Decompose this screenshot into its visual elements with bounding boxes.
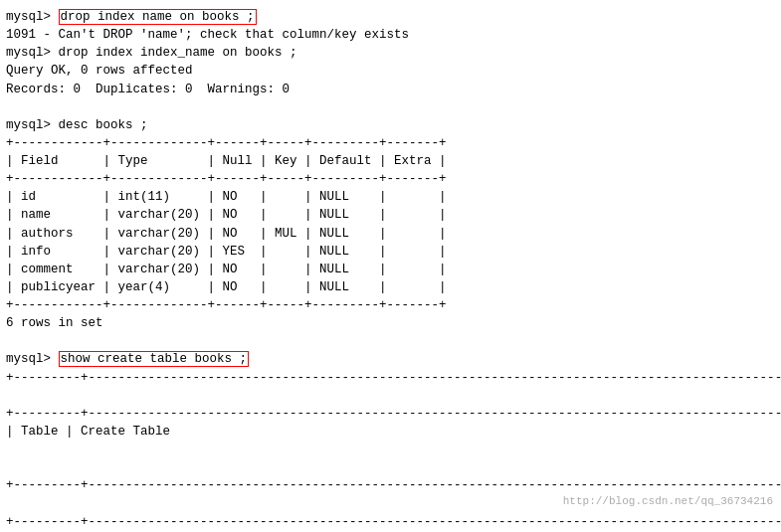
line-7: mysql> desc books ;	[6, 116, 775, 134]
line-20: mysql> show create table books ;	[6, 350, 775, 368]
line-17: +------------+-------------+------+-----…	[6, 296, 775, 314]
prompt-2: mysql>	[6, 352, 59, 366]
line-22	[6, 387, 775, 405]
cmd-1: drop index name on books ;	[59, 9, 257, 25]
line-11: | id | int(11) | NO | | NULL | |	[6, 188, 775, 206]
line-19	[6, 332, 775, 350]
line-26	[6, 458, 775, 476]
line-24: | Table | Create Table	[6, 423, 775, 441]
line-6	[6, 98, 775, 116]
line-15: | comment | varchar(20) | NO | | NULL | …	[6, 261, 775, 278]
line-4: Query OK, 0 rows affected	[6, 62, 775, 80]
line-21: +---------+-----------------------------…	[6, 369, 775, 387]
line-5: Records: 0 Duplicates: 0 Warnings: 0	[6, 81, 775, 98]
line-2: 1091 - Can't DROP 'name'; check that col…	[6, 26, 775, 44]
line-16: | publicyear | year(4) | NO | | NULL | |	[6, 278, 775, 296]
name-field: name	[21, 208, 51, 222]
line-29: +---------+-----------------------------…	[6, 513, 775, 531]
terminal-window: mysql> drop index name on books ; 1091 -…	[0, 0, 781, 532]
line-14: | info | varchar(20) | YES | | NULL | |	[6, 243, 775, 261]
line-3: mysql> drop index index_name on books ;	[6, 44, 775, 62]
line-9: | Field | Type | Null | Key | Default | …	[6, 152, 775, 170]
line-1: mysql> drop index name on books ;	[6, 8, 775, 26]
line-8: +------------+-------------+------+-----…	[6, 134, 775, 152]
line-27: +---------+-----------------------------…	[6, 476, 775, 494]
cmd-2: show create table books ;	[59, 351, 250, 367]
affected-text: affected	[133, 64, 193, 78]
line-12: | name | varchar(20) | NO | | NULL | |	[6, 206, 775, 224]
line-25	[6, 441, 775, 458]
prompt-1: mysql>	[6, 10, 59, 24]
watermark: http://blog.csdn.net/qq_36734216	[563, 494, 773, 510]
line-18: 6 rows in set	[6, 314, 775, 332]
line-13: | authors | varchar(20) | NO | MUL | NUL…	[6, 225, 775, 243]
line-10: +------------+-------------+------+-----…	[6, 170, 775, 188]
line-23: +---------+-----------------------------…	[6, 405, 775, 423]
